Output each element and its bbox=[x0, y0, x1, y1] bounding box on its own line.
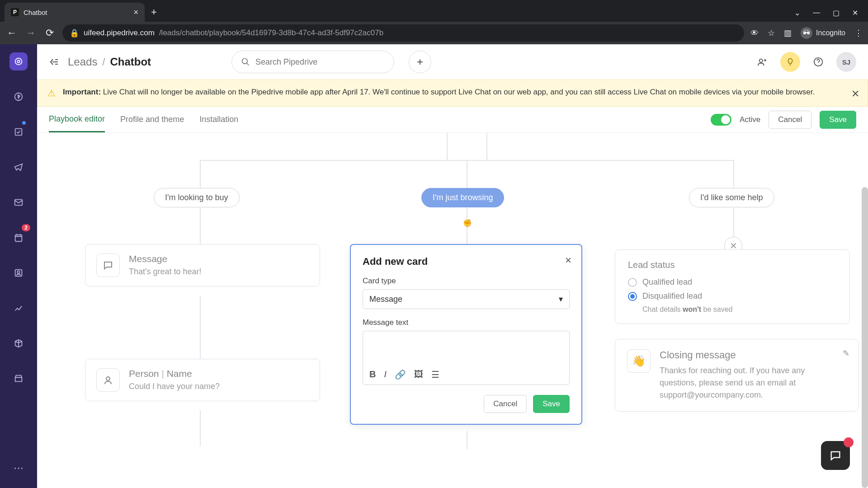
breadcrumb-parent[interactable]: Leads bbox=[68, 56, 97, 68]
quick-add-button[interactable]: + bbox=[409, 51, 431, 73]
sidebar-item-insights[interactable] bbox=[9, 299, 28, 317]
connector-line bbox=[733, 208, 734, 237]
lead-hint: Chat details won't be saved bbox=[642, 305, 837, 314]
edit-icon[interactable]: ✎ bbox=[843, 348, 849, 358]
svg-point-1 bbox=[17, 60, 20, 63]
svg-point-9 bbox=[760, 59, 763, 62]
bold-icon[interactable]: B bbox=[369, 369, 376, 380]
list-icon[interactable]: ☰ bbox=[431, 369, 439, 380]
modal-cancel-button[interactable]: Cancel bbox=[484, 395, 527, 413]
wave-icon: 👋 bbox=[627, 349, 651, 373]
text-toolbar: B I 🔗 🖼 ☰ bbox=[363, 365, 569, 385]
invite-users-icon[interactable] bbox=[752, 52, 772, 72]
svg-rect-5 bbox=[15, 235, 22, 242]
chip-just-browsing[interactable]: I'm just browsing bbox=[421, 188, 504, 207]
eye-off-icon[interactable]: 👁 bbox=[750, 28, 759, 38]
page-title: Chatbot bbox=[110, 56, 151, 68]
minimize-icon[interactable]: — bbox=[813, 9, 820, 17]
close-modal-icon[interactable]: × bbox=[565, 254, 571, 267]
playbook-canvas[interactable]: I'm looking to buy I'm just browsing I'd… bbox=[37, 133, 868, 488]
radio-qualified[interactable]: Qualified lead bbox=[628, 277, 837, 287]
search-input[interactable]: Search Pipedrive bbox=[231, 51, 394, 73]
tips-icon[interactable] bbox=[780, 52, 800, 72]
close-window-icon[interactable]: ✕ bbox=[852, 9, 858, 17]
address-bar: ← → ⟳ 🔒 uifeed.pipedrive.com/leads/chatb… bbox=[0, 22, 868, 44]
sidebar-item-activities[interactable]: 2 bbox=[9, 229, 28, 247]
svg-rect-3 bbox=[15, 129, 22, 136]
sidebar-item-projects[interactable] bbox=[9, 123, 28, 141]
sidebar-more-icon[interactable]: ⋯ bbox=[9, 459, 28, 477]
new-tab-button[interactable]: + bbox=[145, 3, 163, 22]
panel-icon[interactable]: ▥ bbox=[784, 28, 792, 38]
card-title: Message bbox=[129, 253, 202, 264]
card-body: Could I have your name? bbox=[129, 382, 220, 391]
app-sidebar: 2 ⋯ bbox=[0, 44, 37, 488]
svg-point-7 bbox=[17, 271, 20, 273]
save-button[interactable]: Save bbox=[820, 111, 856, 129]
italic-icon[interactable]: I bbox=[384, 369, 387, 380]
card-type-label: Card type bbox=[363, 277, 570, 286]
image-icon[interactable]: 🖼 bbox=[414, 369, 423, 380]
reload-icon[interactable]: ⟳ bbox=[43, 27, 56, 39]
sidebar-item-mail[interactable] bbox=[9, 193, 28, 211]
forward-icon[interactable]: → bbox=[24, 27, 37, 39]
card-type-select[interactable]: Message ▾ bbox=[363, 289, 570, 309]
sidebar-item-products[interactable] bbox=[9, 334, 28, 352]
tab-title: Chatbot bbox=[24, 9, 129, 16]
maximize-icon[interactable]: ▢ bbox=[833, 9, 840, 17]
svg-point-8 bbox=[242, 59, 248, 64]
menu-icon[interactable]: ⋮ bbox=[854, 28, 863, 38]
active-toggle[interactable] bbox=[711, 114, 731, 126]
favicon: P bbox=[11, 8, 19, 16]
tab-playbook-editor[interactable]: Playbook editor bbox=[49, 107, 105, 132]
close-banner-icon[interactable]: ✕ bbox=[851, 86, 859, 101]
message-card[interactable]: Message That's great to hear! bbox=[85, 244, 320, 286]
tab-installation[interactable]: Installation bbox=[199, 108, 238, 131]
star-icon[interactable]: ☆ bbox=[768, 28, 775, 38]
modal-save-button[interactable]: Save bbox=[533, 395, 570, 413]
closing-message-card[interactable]: 👋 Closing message Thanks for reaching ou… bbox=[615, 339, 859, 412]
chevron-down-icon: ▾ bbox=[559, 294, 563, 304]
cancel-button[interactable]: Cancel bbox=[769, 111, 811, 129]
person-icon bbox=[96, 368, 120, 392]
chevron-down-icon[interactable]: ⌄ bbox=[794, 9, 800, 17]
person-card[interactable]: Person | Name Could I have your name? bbox=[85, 359, 320, 401]
radio-disqualified[interactable]: Disqualified lead bbox=[628, 291, 837, 301]
message-textarea[interactable]: B I 🔗 🖼 ☰ bbox=[363, 331, 570, 385]
url-host: uifeed.pipedrive.com bbox=[84, 28, 155, 38]
radio-icon bbox=[628, 278, 637, 287]
card-title: Closing message bbox=[660, 349, 822, 361]
sidebar-item-campaigns[interactable] bbox=[9, 158, 28, 176]
lead-status-card[interactable]: Lead status Qualified lead Disqualified … bbox=[615, 249, 850, 324]
collapse-sidebar-icon[interactable] bbox=[49, 56, 60, 67]
sidebar-item-contacts[interactable] bbox=[9, 264, 28, 282]
help-icon[interactable] bbox=[808, 52, 828, 72]
window-controls: ⌄ — ▢ ✕ bbox=[794, 9, 868, 22]
incognito-icon: 🕶 bbox=[801, 27, 812, 39]
breadcrumb-separator: / bbox=[100, 56, 107, 68]
chip-like-help[interactable]: I'd like some help bbox=[689, 188, 774, 207]
avatar[interactable]: SJ bbox=[836, 52, 856, 72]
browser-tab[interactable]: P Chatbot × bbox=[5, 3, 145, 22]
link-icon[interactable]: 🔗 bbox=[395, 369, 406, 380]
connector-line bbox=[200, 208, 201, 244]
sidebar-item-deals[interactable] bbox=[9, 88, 28, 106]
connector-line bbox=[467, 160, 467, 188]
url-field[interactable]: 🔒 uifeed.pipedrive.com/leads/chatbot/pla… bbox=[62, 24, 744, 42]
live-chat-button[interactable] bbox=[821, 441, 850, 470]
lock-icon: 🔒 bbox=[70, 28, 79, 38]
incognito-label: Incognito bbox=[816, 29, 845, 37]
incognito-badge[interactable]: 🕶 Incognito bbox=[801, 27, 845, 39]
close-tab-icon[interactable]: × bbox=[133, 8, 138, 17]
sidebar-item-focus[interactable] bbox=[9, 52, 28, 70]
back-icon[interactable]: ← bbox=[5, 27, 18, 39]
chip-looking-to-buy[interactable]: I'm looking to buy bbox=[154, 188, 240, 207]
tab-profile-theme[interactable]: Profile and theme bbox=[120, 108, 184, 131]
radio-icon bbox=[628, 292, 637, 301]
connector-line bbox=[200, 410, 201, 446]
notice-banner: ⚠ Important: Live Chat will no longer be… bbox=[37, 80, 868, 107]
sidebar-item-marketplace[interactable] bbox=[9, 370, 28, 388]
svg-point-0 bbox=[15, 58, 22, 65]
breadcrumb: Leads / Chatbot bbox=[68, 56, 151, 68]
sidebar-badge: 2 bbox=[22, 224, 30, 231]
